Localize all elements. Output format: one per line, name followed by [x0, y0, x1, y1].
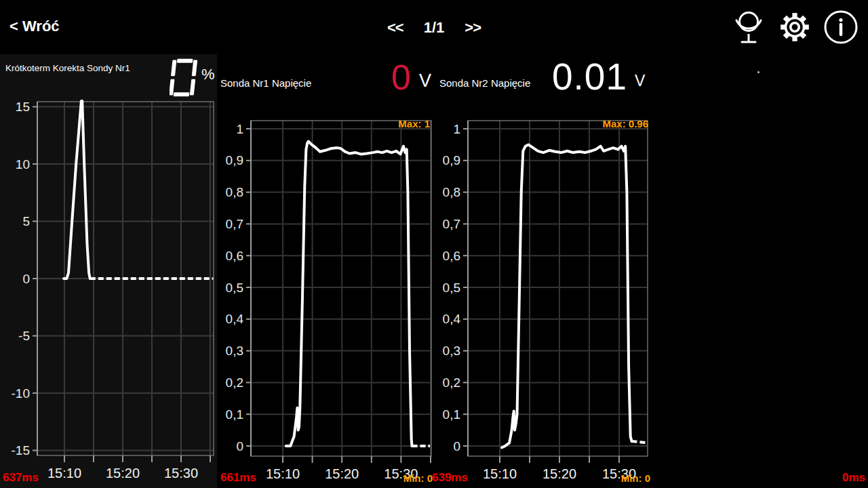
chart-2-x-labels: 15:1015:2015:30 [266, 466, 418, 481]
svg-text:15:20: 15:20 [542, 466, 576, 481]
next-page-button[interactable]: >> [465, 19, 481, 37]
svg-text:15:20: 15:20 [325, 466, 359, 481]
prev-page-button[interactable]: << [387, 19, 403, 37]
latency-sonda2: 639ms [432, 471, 468, 485]
latency-sonda1: 661ms [220, 471, 256, 485]
app-screen: < Wróć << 1/1 >> [0, 0, 868, 488]
gauge-title-fuel-trim: Krótkoterm Korekta Sondy Nr1 [5, 62, 138, 75]
gauge-unit-sonda1: V [419, 70, 431, 92]
max-label-sonda2: Max: 0.96 [602, 118, 648, 129]
gauge-title-sonda2: Sonda Nr2 Napięcie [439, 77, 530, 89]
hud-mirror-button[interactable] [731, 8, 766, 46]
latency-global: 0ms [842, 471, 865, 485]
gauge-unit-percent: % [201, 66, 215, 83]
gauge-unit-sonda2: V [635, 72, 645, 90]
latency-fuel-trim: 637ms [3, 471, 39, 485]
chart-fuel-trim-area[interactable] [0, 95, 217, 464]
chart-sonda1-area[interactable] [218, 112, 433, 464]
toolbar-icons [731, 8, 859, 46]
page-indicator: 1/1 [424, 19, 445, 37]
top-bar: < Wróć << 1/1 >> [0, 0, 868, 54]
chart-sonda2-area[interactable] [434, 112, 650, 464]
min-label-sonda2: Min: 0 [621, 472, 650, 484]
back-button[interactable]: < Wróć [9, 18, 60, 35]
min-label-sonda1: Min: 0 [403, 472, 433, 484]
gauge-value-sonda2: 0.01 [552, 58, 627, 96]
gauge-value-sonda1: 0 [391, 60, 411, 95]
svg-text:15:10: 15:10 [266, 466, 300, 481]
gauge-title-sonda1: Sonda Nr1 Napięcie [220, 77, 311, 89]
stray-dot [757, 71, 760, 73]
chart-3-x-labels: 15:1015:2015:30 [483, 466, 636, 481]
page-navigation: << 1/1 >> [387, 19, 481, 37]
hud-mirror-icon [732, 9, 765, 45]
settings-button[interactable] [777, 8, 812, 46]
info-button[interactable] [823, 8, 859, 46]
svg-text:15:10: 15:10 [483, 466, 517, 481]
info-icon [823, 9, 859, 45]
gear-icon [778, 10, 812, 44]
seven-segment-value [170, 58, 197, 100]
max-label-sonda1: Max: 1 [398, 118, 430, 129]
